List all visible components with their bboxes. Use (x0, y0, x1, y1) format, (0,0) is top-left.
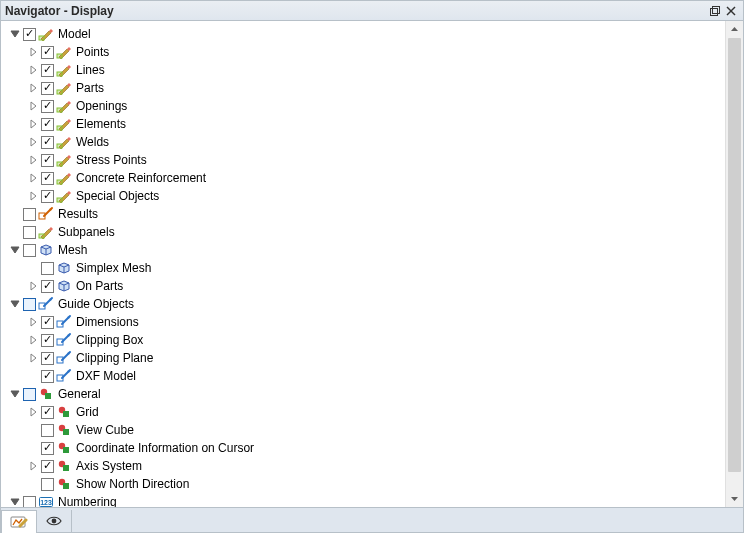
tree-item-label[interactable]: Clipping Box (74, 333, 143, 347)
tree-row: Coordinate Information on Cursor (3, 439, 725, 457)
tree-item-label[interactable]: Dimensions (74, 315, 139, 329)
collapse-toggle-icon[interactable] (9, 388, 21, 400)
visibility-checkbox[interactable] (41, 190, 54, 203)
pencil-green-icon (56, 152, 72, 168)
expand-toggle-icon[interactable] (27, 316, 39, 328)
expand-toggle-icon[interactable] (27, 406, 39, 418)
expand-toggle-icon[interactable] (27, 280, 39, 292)
visibility-checkbox[interactable] (23, 496, 36, 508)
visibility-checkbox[interactable] (23, 388, 36, 401)
bottom-tab-bar (1, 507, 743, 532)
visibility-checkbox[interactable] (41, 334, 54, 347)
expand-toggle-icon[interactable] (27, 154, 39, 166)
tree-item-label[interactable]: Subpanels (56, 225, 115, 239)
tree-item-label[interactable]: View Cube (74, 423, 134, 437)
visibility-checkbox[interactable] (41, 64, 54, 77)
visibility-checkbox[interactable] (41, 460, 54, 473)
svg-rect-37 (63, 429, 69, 435)
collapse-toggle-icon[interactable] (9, 28, 21, 40)
tree-item-label[interactable]: Results (56, 207, 98, 221)
visibility-checkbox[interactable] (41, 280, 54, 293)
tree-item-label[interactable]: Openings (74, 99, 127, 113)
pencil-green-icon (56, 188, 72, 204)
tree-item-label[interactable]: Model (56, 27, 91, 41)
expand-toggle-icon[interactable] (27, 190, 39, 202)
expand-toggle-icon[interactable] (27, 100, 39, 112)
tree-item-label[interactable]: Elements (74, 117, 126, 131)
tree-item-label[interactable]: Lines (74, 63, 105, 77)
tab-display-settings[interactable] (1, 510, 37, 533)
expand-toggle-icon[interactable] (27, 136, 39, 148)
scroll-thumb[interactable] (728, 38, 741, 472)
svg-rect-35 (63, 411, 69, 417)
tree-row: Show North Direction (3, 475, 725, 493)
tree-item-label[interactable]: Simplex Mesh (74, 261, 151, 275)
tree-item-label[interactable]: General (56, 387, 101, 401)
svg-point-47 (52, 519, 57, 524)
close-button[interactable] (723, 3, 739, 19)
tree-item-label[interactable]: Stress Points (74, 153, 147, 167)
tree-item-label[interactable]: Concrete Reinforcement (74, 171, 206, 185)
tree-row: Points (3, 43, 725, 61)
collapse-toggle-icon[interactable] (9, 298, 21, 310)
visibility-checkbox[interactable] (41, 82, 54, 95)
tree-item-label[interactable]: Grid (74, 405, 99, 419)
tree-row: Elements (3, 115, 725, 133)
tree-item-label[interactable]: Axis System (74, 459, 142, 473)
expand-toggle-icon[interactable] (27, 118, 39, 130)
restore-button[interactable] (707, 3, 723, 19)
scroll-down-button[interactable] (726, 490, 743, 507)
pencil-green-icon (56, 98, 72, 114)
tree-row: General (3, 385, 725, 403)
pencil-green-icon (56, 80, 72, 96)
tree-item-label[interactable]: Special Objects (74, 189, 159, 203)
visibility-checkbox[interactable] (41, 316, 54, 329)
tree-item-label[interactable]: Clipping Plane (74, 351, 153, 365)
visibility-checkbox[interactable] (41, 442, 54, 455)
tree-item-label[interactable]: Welds (74, 135, 109, 149)
tree-item-label[interactable]: Parts (74, 81, 104, 95)
visibility-checkbox[interactable] (41, 370, 54, 383)
tree-item-label[interactable]: On Parts (74, 279, 123, 293)
expand-toggle-icon[interactable] (27, 352, 39, 364)
tree-item-label[interactable]: Guide Objects (56, 297, 134, 311)
vertical-scrollbar[interactable] (725, 21, 743, 507)
visibility-checkbox[interactable] (41, 262, 54, 275)
visibility-checkbox[interactable] (41, 118, 54, 131)
expand-toggle-icon[interactable] (27, 460, 39, 472)
visibility-checkbox[interactable] (23, 226, 36, 239)
visibility-checkbox[interactable] (41, 136, 54, 149)
scroll-track[interactable] (726, 38, 743, 490)
tree-item-label[interactable]: DXF Model (74, 369, 136, 383)
collapse-toggle-icon[interactable] (9, 496, 21, 507)
guide-pointer-icon (38, 296, 54, 312)
visibility-checkbox[interactable] (41, 154, 54, 167)
scroll-up-button[interactable] (726, 21, 743, 38)
visibility-checkbox[interactable] (41, 406, 54, 419)
visibility-checkbox[interactable] (23, 28, 36, 41)
visibility-checkbox[interactable] (41, 352, 54, 365)
subpanels-icon (38, 224, 54, 240)
tree-item-label[interactable]: Numbering (56, 495, 117, 507)
tree-row: Simplex Mesh (3, 259, 725, 277)
tree-item-label[interactable]: Mesh (56, 243, 87, 257)
collapse-toggle-icon[interactable] (9, 244, 21, 256)
expand-toggle-icon[interactable] (27, 64, 39, 76)
visibility-checkbox[interactable] (41, 100, 54, 113)
visibility-checkbox[interactable] (41, 172, 54, 185)
expand-toggle-icon[interactable] (27, 46, 39, 58)
visibility-checkbox[interactable] (41, 424, 54, 437)
tab-visibility[interactable] (37, 510, 72, 532)
tree-item-label[interactable]: Points (74, 45, 109, 59)
visibility-checkbox[interactable] (23, 244, 36, 257)
visibility-checkbox[interactable] (41, 478, 54, 491)
tree-item-label[interactable]: Coordinate Information on Cursor (74, 441, 254, 455)
visibility-checkbox[interactable] (23, 298, 36, 311)
expand-toggle-icon[interactable] (27, 334, 39, 346)
expand-toggle-icon[interactable] (27, 82, 39, 94)
shapes-icon (56, 404, 72, 420)
visibility-checkbox[interactable] (41, 46, 54, 59)
visibility-checkbox[interactable] (23, 208, 36, 221)
tree-item-label[interactable]: Show North Direction (74, 477, 189, 491)
expand-toggle-icon[interactable] (27, 172, 39, 184)
